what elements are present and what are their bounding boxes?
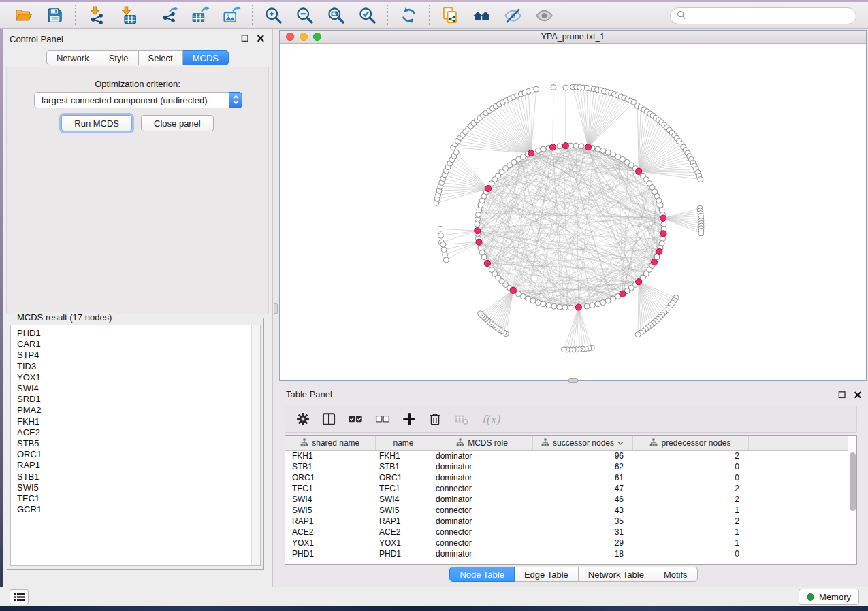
window-list-button[interactable] xyxy=(10,589,29,604)
network-node[interactable] xyxy=(600,300,606,306)
network-leaf-node[interactable] xyxy=(698,231,704,236)
network-node[interactable] xyxy=(541,146,546,152)
network-node[interactable] xyxy=(489,267,494,273)
table-settings-button[interactable] xyxy=(295,412,310,427)
network-node[interactable] xyxy=(535,148,541,153)
network-node[interactable] xyxy=(562,305,568,310)
hide-selected-button[interactable] xyxy=(501,5,524,25)
first-neighbors-button[interactable] xyxy=(470,5,493,25)
network-node[interactable] xyxy=(579,144,584,149)
zoom-out-button[interactable] xyxy=(293,5,316,25)
table-row[interactable]: TEC1TEC1connector472 xyxy=(285,483,848,494)
table-scrollbar-thumb[interactable] xyxy=(850,452,856,511)
duplicate-network-button[interactable] xyxy=(438,5,462,25)
panel-splitter[interactable] xyxy=(273,29,279,587)
tab-network-table[interactable]: Network Table xyxy=(579,567,654,582)
select-all-check-button[interactable] xyxy=(347,412,364,427)
export-network-button[interactable] xyxy=(157,5,180,25)
maximize-window-icon[interactable] xyxy=(313,33,321,41)
show-all-button[interactable] xyxy=(532,5,556,25)
mcds-result-item[interactable]: SRD1 xyxy=(17,394,251,405)
import-network-button[interactable] xyxy=(84,5,108,25)
mcds-result-item[interactable]: YOX1 xyxy=(17,372,251,383)
column-header-successor-nodes[interactable]: successor nodes xyxy=(532,436,632,450)
table-row[interactable]: YOX1YOX1connector291 xyxy=(285,538,848,548)
table-row[interactable]: ORC1ORC1dominator610 xyxy=(285,472,848,483)
network-hub-node[interactable] xyxy=(528,150,534,156)
network-hub-node[interactable] xyxy=(656,248,662,254)
float-panel-icon[interactable] xyxy=(240,33,250,43)
network-hub-node[interactable] xyxy=(652,259,658,265)
refresh-layout-button[interactable] xyxy=(397,5,420,25)
mcds-result-item[interactable]: ORC1 xyxy=(17,449,251,460)
close-mcds-panel-button[interactable]: Close panel xyxy=(141,115,214,131)
search-input[interactable] xyxy=(690,10,850,23)
network-node[interactable] xyxy=(557,304,562,310)
network-leaf-node[interactable] xyxy=(438,226,443,231)
table-row[interactable]: STB1STB1dominator620 xyxy=(285,461,848,472)
mcds-result-item[interactable]: SWI4 xyxy=(17,383,251,394)
network-hub-node[interactable] xyxy=(485,186,491,192)
mcds-result-item[interactable]: PMA2 xyxy=(17,405,251,416)
memory-button[interactable]: Memory xyxy=(799,589,859,605)
mcds-result-item[interactable]: FKH1 xyxy=(17,416,251,427)
mcds-result-item[interactable]: CAR1 xyxy=(17,339,251,350)
network-node[interactable] xyxy=(530,298,536,303)
network-leaf-node[interactable] xyxy=(551,85,556,90)
network-leaf-node[interactable] xyxy=(441,247,447,252)
import-table-button[interactable] xyxy=(116,5,139,25)
mcds-result-item[interactable]: ACE2 xyxy=(17,427,251,438)
mcds-result-item[interactable]: TEC1 xyxy=(17,493,251,504)
network-leaf-node[interactable] xyxy=(562,347,567,352)
table-row[interactable]: SWI4SWI4dominator462 xyxy=(285,494,848,505)
zoom-fit-button[interactable] xyxy=(324,5,347,25)
network-leaf-node[interactable] xyxy=(443,252,448,257)
network-hub-node[interactable] xyxy=(549,144,556,150)
tab-mcds[interactable]: MCDS xyxy=(183,50,229,65)
mcds-result-item[interactable]: TID3 xyxy=(17,361,251,372)
mcds-result-item[interactable]: STP4 xyxy=(17,350,251,361)
network-leaf-node[interactable] xyxy=(443,257,449,263)
network-node[interactable] xyxy=(541,301,546,307)
network-leaf-node[interactable] xyxy=(478,311,483,316)
close-table-panel-icon[interactable] xyxy=(853,390,863,399)
tab-node-table[interactable]: Node Table xyxy=(449,567,515,582)
network-leaf-node[interactable] xyxy=(438,233,444,238)
minimize-window-icon[interactable] xyxy=(300,33,308,41)
column-header-shared-name[interactable]: shared name xyxy=(285,436,375,450)
mcds-result-item[interactable]: STB5 xyxy=(17,438,251,449)
network-canvas[interactable] xyxy=(280,44,866,380)
network-node[interactable] xyxy=(595,301,600,307)
criterion-select[interactable]: largest connected component (undirected) xyxy=(34,92,242,108)
network-leaf-node[interactable] xyxy=(635,332,641,337)
column-header-MCDS-role[interactable]: MCDS role xyxy=(432,436,532,450)
network-hub-node[interactable] xyxy=(660,215,666,221)
network-node[interactable] xyxy=(611,296,616,301)
network-node[interactable] xyxy=(546,303,551,308)
float-table-panel-icon[interactable] xyxy=(837,390,847,399)
export-image-button[interactable] xyxy=(220,5,243,25)
close-window-icon[interactable] xyxy=(286,33,294,41)
export-table-button[interactable] xyxy=(189,5,212,25)
tab-edge-table[interactable]: Edge Table xyxy=(515,567,579,582)
network-node[interactable] xyxy=(590,303,595,308)
network-hub-node[interactable] xyxy=(484,260,490,266)
table-row[interactable]: PHD1PHD1dominator180 xyxy=(285,548,848,559)
network-hub-node[interactable] xyxy=(575,304,581,310)
network-hub-node[interactable] xyxy=(636,168,642,174)
column-header-name[interactable]: name xyxy=(375,436,432,450)
network-node[interactable] xyxy=(605,298,611,303)
zoom-selected-button[interactable] xyxy=(355,5,379,25)
deselect-all-check-button[interactable] xyxy=(374,412,391,427)
network-node[interactable] xyxy=(535,300,541,306)
network-node[interactable] xyxy=(595,146,600,152)
tab-style[interactable]: Style xyxy=(99,50,139,65)
network-node[interactable] xyxy=(516,291,521,297)
network-hub-node[interactable] xyxy=(510,287,516,293)
tab-motifs[interactable]: Motifs xyxy=(654,567,698,582)
close-panel-icon[interactable] xyxy=(256,33,266,43)
tab-select[interactable]: Select xyxy=(139,50,183,65)
frame-resize-grip[interactable] xyxy=(568,378,578,383)
network-hub-node[interactable] xyxy=(636,279,642,285)
network-node[interactable] xyxy=(478,245,483,250)
